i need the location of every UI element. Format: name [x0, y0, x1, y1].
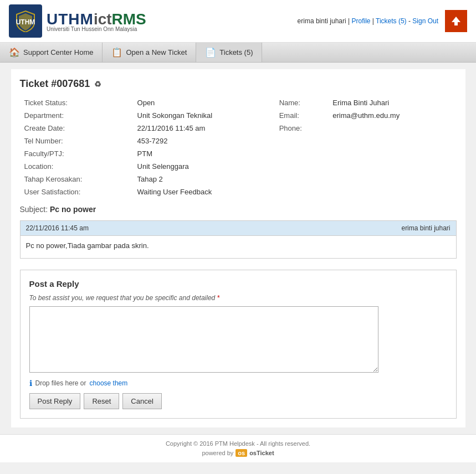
thread-author: erima binti juhari [401, 224, 450, 232]
post-reply-title: Post a Reply [29, 279, 447, 288]
username-text: erima binti juhari [298, 17, 346, 25]
faculty-value: PTM [133, 147, 275, 160]
logo-uthm: UTHM [47, 11, 94, 28]
satisfaction-label: User Satisfaction: [20, 186, 133, 198]
post-reply-button[interactable]: Post Reply [29, 393, 81, 409]
thread-body: Pc no power,Tiada gambar pada skrin. [21, 236, 456, 258]
thread-header: 22/11/2016 11:45 am erima binti juhari [21, 221, 456, 236]
subject-label: Subject: [20, 205, 48, 214]
footer: Copyright © 2016 PTM Helpdesk - All righ… [0, 434, 476, 462]
email-value: erima@uthm.edu.my [328, 109, 456, 122]
main-content: Ticket #007681 ♻ Ticket Status: Open Nam… [11, 69, 465, 427]
faculty-label: Faculty/PTJ: [20, 147, 133, 160]
cancel-button[interactable]: Cancel [122, 393, 161, 409]
ticket-title: Ticket #007681 ♻ [20, 78, 457, 90]
tickets-link[interactable]: Tickets (5) [376, 17, 407, 25]
logo-text: UTHM ictRMS Universiti Tun Hussein Onn M… [47, 11, 146, 32]
home-icon: 🏠 [9, 47, 20, 58]
reply-buttons: Post Reply Reset Cancel [29, 393, 447, 409]
logo-rms: RMS [112, 11, 146, 28]
create-value: 22/11/2016 11:45 am [133, 122, 275, 135]
svg-text:UTHM: UTHM [16, 18, 35, 26]
name-label: Name: [275, 96, 329, 109]
tel-value: 453-7292 [133, 135, 275, 147]
table-row: Create Date: 22/11/2016 11:45 am Phone: [20, 122, 457, 135]
copyright-text: Copyright © 2016 PTM Helpdesk - All righ… [6, 440, 470, 447]
location-value: Unit Selenggara [133, 160, 275, 173]
nav-new-ticket[interactable]: 📋 Open a New Ticket [103, 43, 196, 62]
subject-value: Pc no power [50, 205, 96, 214]
table-row: Ticket Status: Open Name: Erima Binti Ju… [20, 96, 457, 109]
info-icon: ℹ [29, 379, 32, 388]
reply-textarea[interactable] [29, 306, 378, 373]
logo-ict: ict [94, 11, 112, 28]
nav-support-center[interactable]: 🏠 Support Center Home [0, 43, 103, 62]
dept-label: Department: [20, 109, 133, 122]
phone-label: Phone: [275, 122, 329, 135]
instruction-text: To best assist you, we request that you … [29, 294, 216, 302]
satisfaction-value: Waiting User Feedback [133, 186, 275, 198]
table-row: Tahap Kerosakan: Tahap 2 [20, 173, 457, 186]
table-row: User Satisfaction: Waiting User Feedback [20, 186, 457, 198]
table-row: Department: Unit Sokongan Teknikal Email… [20, 109, 457, 122]
thread-message: Pc no power,Tiada gambar pada skrin. [26, 241, 149, 250]
reset-button[interactable]: Reset [84, 393, 119, 409]
nav-tickets-label: Tickets (5) [219, 48, 253, 56]
scroll-top-button[interactable] [445, 10, 467, 32]
table-row: Location: Unit Selenggara [20, 160, 457, 173]
post-reply-section: Post a Reply To best assist you, we requ… [20, 270, 457, 419]
table-row: Faculty/PTJ: PTM [20, 147, 457, 160]
powered-label: powered by [202, 450, 233, 456]
file-drop-area: ℹ Drop files here or choose them [29, 379, 447, 388]
status-value: Open [133, 96, 275, 109]
user-info: erima binti juhari | Profile | Tickets (… [298, 17, 438, 25]
drop-text: Drop files here or [35, 379, 86, 387]
ticket-number: Ticket #007681 [20, 78, 90, 90]
thread-timestamp: 22/11/2016 11:45 am [26, 224, 89, 232]
choose-files-link[interactable]: choose them [90, 379, 128, 387]
nav-new-ticket-label: Open a New Ticket [126, 48, 187, 56]
logo-shield: UTHM [9, 4, 42, 38]
tickets-icon: 📄 [205, 47, 216, 58]
header-right: erima binti juhari | Profile | Tickets (… [298, 10, 467, 32]
create-label: Create Date: [20, 122, 133, 135]
logo-subtitle: Universiti Tun Hussein Onn Malaysia [47, 26, 146, 32]
powered-by: powered by os osTicket [6, 449, 470, 457]
tahap-label: Tahap Kerosakan: [20, 173, 133, 186]
header: UTHM UTHM ictRMS Universiti Tun Hussein … [0, 0, 476, 43]
signout-link[interactable]: Sign Out [412, 17, 438, 25]
osticket-name: osTicket [249, 450, 274, 456]
location-label: Location: [20, 160, 133, 173]
phone-value [328, 122, 456, 135]
required-mark: * [217, 294, 220, 302]
new-ticket-icon: 📋 [111, 47, 122, 58]
profile-link[interactable]: Profile [351, 17, 370, 25]
navbar: 🏠 Support Center Home 📋 Open a New Ticke… [0, 43, 476, 63]
table-row: Tel Number: 453-7292 [20, 135, 457, 147]
name-value: Erima Binti Juhari [328, 96, 456, 109]
thread-container: 22/11/2016 11:45 am erima binti juhari P… [20, 220, 457, 259]
osticket-logo-icon: os [236, 449, 247, 457]
nav-tickets[interactable]: 📄 Tickets (5) [196, 43, 262, 62]
ticket-info-table: Ticket Status: Open Name: Erima Binti Ju… [20, 96, 457, 198]
subject-line: Subject: Pc no power [20, 205, 457, 214]
status-label: Ticket Status: [20, 96, 133, 109]
nav-support-label: Support Center Home [23, 48, 93, 56]
tel-label: Tel Number: [20, 135, 133, 147]
tahap-value: Tahap 2 [133, 173, 275, 186]
dept-value: Unit Sokongan Teknikal [133, 109, 275, 122]
logo-area: UTHM UTHM ictRMS Universiti Tun Hussein … [9, 4, 146, 38]
reply-instruction: To best assist you, we request that you … [29, 294, 447, 302]
recycle-icon: ♻ [94, 80, 101, 89]
email-label: Email: [275, 109, 329, 122]
